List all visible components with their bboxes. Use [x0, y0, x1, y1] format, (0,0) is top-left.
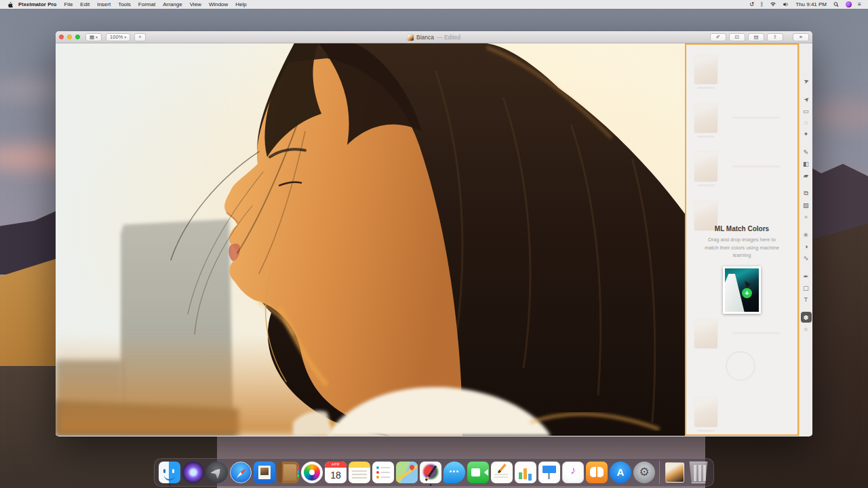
dock-document-file[interactable] — [664, 462, 686, 483]
menu-format[interactable]: Format — [138, 1, 155, 7]
ghost-preset-thumb — [694, 152, 717, 182]
dock-trash[interactable] — [688, 462, 709, 483]
dock-photos[interactable] — [301, 462, 323, 483]
arrange-tool[interactable]: ➤ — [799, 74, 812, 88]
dock-pages[interactable] — [491, 462, 513, 483]
siri-icon[interactable] — [846, 1, 852, 7]
dragged-image-thumbnail[interactable]: + — [723, 266, 761, 314]
music-note-icon: ♪ — [563, 464, 583, 476]
menu-edit[interactable]: Edit — [80, 1, 90, 7]
gradient-tool[interactable]: ▨ — [801, 199, 812, 210]
share-icon: ⇧ — [773, 34, 777, 40]
cloud — [807, 102, 868, 129]
menu-help[interactable]: Help — [235, 1, 246, 7]
volume-icon[interactable] — [783, 1, 789, 7]
ghost-circle — [726, 351, 755, 381]
dock-numbers[interactable] — [515, 462, 536, 483]
add-button[interactable]: + — [134, 33, 145, 41]
ghost-preset-thumb — [694, 319, 717, 348]
calendar-month: APR — [325, 462, 347, 468]
dock-app-store[interactable]: A — [610, 462, 631, 483]
menu-bar: Pixelmator Pro File Edit Insert Tools Fo… — [0, 0, 868, 9]
time-machine-icon[interactable]: ↺ — [749, 0, 754, 9]
dock-launchpad[interactable] — [206, 462, 228, 483]
edit-brush-button[interactable]: ✐ — [710, 33, 726, 41]
move-tool[interactable]: ➤ — [798, 92, 812, 107]
pixelmator-window: ▦ ▾ 100% ▾ + Bianca — Edited ✐ ⊡ ▤ ⇧ ≡ — [56, 31, 812, 436]
type-tool[interactable]: T — [801, 293, 812, 304]
menu-tools[interactable]: Tools — [118, 1, 131, 7]
eraser-tool[interactable]: ▰ — [801, 169, 812, 180]
zoom-level-value: 100% — [110, 34, 123, 40]
menu-insert[interactable]: Insert — [97, 1, 111, 7]
notification-center-icon[interactable]: ≡ — [858, 0, 861, 9]
dock-facetime[interactable] — [467, 462, 489, 483]
menu-arrange[interactable]: Arrange — [163, 1, 182, 7]
chevron-down-icon: ▾ — [96, 35, 98, 39]
view-options-button[interactable]: ≡ — [793, 33, 809, 41]
dock-mail[interactable] — [254, 462, 275, 483]
dock: APR 18 ♪ A ⚙ — [154, 458, 714, 487]
shape-tool[interactable]: ▢ — [801, 282, 812, 293]
bluetooth-icon[interactable]: ᛒ — [760, 0, 764, 9]
calendar-day: 18 — [325, 468, 347, 483]
effects-tool[interactable]: ✭ — [801, 323, 812, 334]
sharpen-tool[interactable]: ✳ — [801, 229, 812, 240]
zoom-window-button[interactable] — [75, 35, 80, 39]
ml-match-colors-panel[interactable]: ML Match Colors Drag and drop images her… — [685, 43, 799, 436]
ghost-preset-thumb — [694, 103, 717, 133]
zoom-level-button[interactable]: 100% ▾ — [106, 33, 130, 41]
view-menu-button[interactable]: ▦ ▾ — [85, 33, 102, 41]
close-button[interactable] — [59, 35, 64, 39]
pencil-tool[interactable]: ✎ — [801, 146, 812, 157]
tool-sidebar: ➤ ➤ ▭ ◌ ✦ ✎ ◧ ▰ ⧉ ▨ ● ✳ ◑ ∿ ✒ ▢ T ✽ ✭ — [799, 43, 812, 436]
menu-file[interactable]: File — [64, 1, 73, 7]
dock-safari[interactable] — [230, 462, 252, 483]
dock-finder[interactable] — [159, 462, 180, 483]
compass-needle-icon — [236, 468, 248, 479]
dock-siri[interactable] — [182, 462, 204, 483]
retouch-tool[interactable]: ● — [801, 211, 812, 222]
menu-window[interactable]: Window — [209, 1, 228, 7]
menu-clock[interactable]: Thu 9:41 PM — [795, 1, 827, 7]
dock-messages[interactable] — [443, 462, 465, 483]
fill-tool[interactable]: ◧ — [801, 158, 812, 169]
quick-select-tool[interactable]: ✦ — [801, 128, 812, 139]
clone-tool[interactable]: ⧉ — [801, 188, 812, 199]
dock-contacts[interactable] — [277, 462, 299, 483]
apple-menu[interactable] — [7, 1, 14, 7]
apple-icon — [7, 1, 13, 7]
dock-maps[interactable] — [396, 462, 418, 483]
flower-icon — [304, 464, 320, 481]
menu-view[interactable]: View — [190, 1, 201, 7]
canvas-button[interactable]: ▤ — [748, 33, 764, 41]
dock-pixelmator-pro[interactable] — [420, 462, 441, 483]
drop-add-badge: + — [742, 288, 752, 298]
title-bar[interactable]: ▦ ▾ 100% ▾ + Bianca — Edited ✐ ⊡ ▤ ⇧ ≡ — [56, 31, 812, 43]
dock-keynote[interactable] — [538, 462, 560, 483]
menu-app-name[interactable]: Pixelmator Pro — [18, 1, 56, 7]
dock-system-preferences[interactable]: ⚙ — [633, 462, 655, 483]
dock-calendar[interactable]: APR 18 — [325, 462, 347, 483]
dock-books[interactable] — [586, 462, 608, 483]
dock-reminders[interactable] — [372, 462, 394, 483]
wifi-icon[interactable] — [770, 1, 776, 7]
share-button[interactable]: ⇧ — [767, 33, 783, 41]
warp-tool[interactable]: ∿ — [801, 252, 812, 263]
ml-drop-zone[interactable]: ML Match Colors Drag and drop images her… — [686, 225, 797, 314]
lasso-tool[interactable]: ◌ — [801, 117, 812, 127]
photo-canvas[interactable] — [56, 43, 685, 436]
ghost-preset-thumb — [694, 54, 717, 84]
dock-itunes[interactable]: ♪ — [562, 462, 584, 483]
spotlight-icon[interactable] — [833, 1, 840, 7]
adjust-tool[interactable]: ◑ — [801, 241, 812, 251]
minimize-button[interactable] — [67, 35, 72, 39]
running-indicator — [169, 484, 171, 486]
crop-button[interactable]: ⊡ — [729, 33, 745, 41]
ghost-preset-thumb — [694, 397, 717, 427]
gear-icon: ⚙ — [633, 462, 655, 483]
color-adjustments-tool[interactable]: ✽ — [801, 312, 812, 323]
pen-tool[interactable]: ✒ — [801, 270, 812, 281]
ml-panel-description: Drag and drop images here to match their… — [703, 236, 781, 260]
dock-notes[interactable] — [349, 462, 370, 483]
